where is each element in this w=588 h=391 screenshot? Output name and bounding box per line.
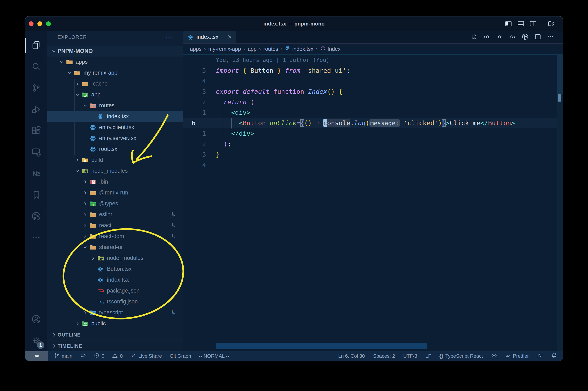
toggle-secondary-sidebar-icon[interactable]: [530, 20, 537, 27]
tree-item-node-modules[interactable]: JSnode_modules: [47, 166, 183, 176]
code-line[interactable]: 2 return (: [183, 97, 563, 107]
activity-bookmarks-icon[interactable]: [25, 184, 47, 205]
status--normal-[interactable]: -- NORMAL --: [199, 353, 229, 359]
tree-item-app[interactable]: app: [47, 89, 183, 100]
status-utf-8[interactable]: UTF-8: [403, 353, 417, 359]
split-editor-icon[interactable]: [535, 33, 541, 41]
tree-item-entry-client-tsx[interactable]: entry.client.tsx: [47, 122, 183, 133]
tree-item--types[interactable]: TS@types: [47, 198, 183, 209]
status-feedback[interactable]: [537, 353, 543, 360]
react-icon: [97, 266, 105, 273]
status-spaces-2[interactable]: Spaces: 2: [373, 353, 395, 359]
tree-item-button-tsx[interactable]: Button.tsx: [47, 264, 183, 275]
code-line-current[interactable]: 6 <Button onClick={() ⇒ console.log(mess…: [183, 118, 563, 128]
activity-source-control-icon[interactable]: [25, 77, 47, 99]
status-bell-dot[interactable]: [551, 353, 557, 360]
tree-item-react[interactable]: react↳: [47, 220, 183, 231]
tree-item-eslint[interactable]: eslint↳: [47, 209, 183, 220]
breadcrumb-item-apps[interactable]: apps: [190, 46, 201, 52]
status-git-graph[interactable]: Git Graph: [170, 353, 191, 359]
activity-search-icon[interactable]: [25, 56, 47, 77]
code-line[interactable]: 2 );: [183, 139, 563, 149]
commit-prev-icon[interactable]: [484, 33, 490, 41]
tree-item-shared-ui[interactable]: shared-ui: [47, 242, 183, 253]
svg-text:JS: JS: [100, 258, 103, 260]
symlink-icon: ↳: [171, 211, 176, 218]
activity-explorer-icon[interactable]: [25, 34, 47, 56]
tree-item-label: app: [91, 92, 100, 98]
code-editor[interactable]: You, 23 hours ago | 1 author (You)5impor…: [183, 55, 563, 351]
breadcrumb-item-index[interactable]: Index: [320, 45, 341, 53]
activity-settings-icon[interactable]: 1: [25, 330, 47, 351]
tree-item-root-tsx[interactable]: root.tsx: [47, 144, 183, 155]
git-graph-icon[interactable]: [522, 33, 528, 41]
status-copilot[interactable]: [491, 353, 497, 360]
commit-next-icon[interactable]: [509, 33, 516, 41]
tree-item--cache[interactable]: .cache: [47, 78, 183, 89]
tree-item--remix-run[interactable]: @remix-run: [47, 187, 183, 198]
folder-tan-icon: [89, 222, 97, 229]
tree-item-typescript[interactable]: TStypescript↳: [47, 307, 183, 318]
tree-item-entry-server-tsx[interactable]: entry.server.tsx: [47, 133, 183, 144]
status-lf[interactable]: LF: [425, 353, 431, 359]
close-tab-icon[interactable]: ✕: [227, 34, 232, 40]
tree-item-my-remix-app[interactable]: my-remix-app: [47, 67, 183, 78]
status-prettier[interactable]: Prettier: [505, 353, 529, 360]
breadcrumb-item-index-tsx[interactable]: index.tsx: [285, 45, 313, 53]
status-main[interactable]: main: [54, 353, 72, 360]
code-line[interactable]: 4: [183, 160, 563, 170]
commit-icon[interactable]: [496, 33, 503, 41]
code-line[interactable]: 4: [183, 76, 563, 86]
line-number: 3: [202, 88, 206, 95]
explorer-more-actions-icon[interactable]: ⋯: [166, 34, 173, 41]
tree-item-index-tsx[interactable]: index.tsx: [47, 275, 183, 285]
tree-item-label: my-remix-app: [84, 70, 117, 76]
tree-item-tsconfig-json[interactable]: TStsconfig.json: [47, 296, 183, 307]
code-line[interactable]: 3}: [183, 149, 563, 160]
activity-run-debug-icon[interactable]: [25, 99, 47, 120]
status-0[interactable]: 0: [112, 353, 122, 360]
breadcrumb-item-routes[interactable]: routes: [263, 46, 278, 52]
tree-item-apps[interactable]: apps: [47, 57, 183, 67]
status-cloud-upload[interactable]: [80, 353, 86, 360]
more-horizontal-icon[interactable]: [547, 33, 554, 41]
tree-item-label: apps: [76, 59, 88, 65]
tree-item-label: index.tsx: [107, 277, 129, 283]
activity-remote-explorer-icon[interactable]: [25, 141, 47, 163]
tree-item--bin[interactable]: 0110.bin: [47, 176, 183, 187]
horizontal-scrollbar[interactable]: [216, 343, 427, 349]
customize-layout-icon[interactable]: [548, 20, 555, 27]
tree-item-node-modules[interactable]: JSnode_modules: [47, 253, 183, 264]
code-line[interactable]: 1 <div>: [183, 107, 563, 118]
status-0[interactable]: 0: [94, 353, 104, 360]
tree-item-pnpm-mono[interactable]: PNPM-MONO: [47, 46, 183, 57]
code-line[interactable]: 5import { Button } from 'shared-ui';: [183, 65, 563, 76]
outline-section[interactable]: OUTLINE: [47, 329, 183, 340]
chevron-down-icon: [74, 168, 81, 174]
tree-item-routes[interactable]: routes: [47, 100, 183, 111]
tab-index-tsx[interactable]: index.tsx ✕: [183, 31, 236, 43]
activity-nx-console-icon[interactable]: N≥: [25, 163, 47, 184]
tree-item-public[interactable]: public: [47, 318, 183, 329]
activity-git-graph-icon[interactable]: [25, 205, 47, 227]
breadcrumb-item-my-remix-app[interactable]: my-remix-app: [208, 46, 241, 52]
status-live-share[interactable]: Live Share: [131, 353, 162, 360]
remote-indicator[interactable]: ><: [25, 351, 48, 361]
code-line[interactable]: 1 </div>: [183, 128, 563, 139]
status-typescript-react[interactable]: {}TypeScript React: [439, 353, 483, 359]
status-ln-6-col-30[interactable]: Ln 6, Col 30: [338, 353, 365, 359]
activity-extensions-icon[interactable]: [25, 120, 47, 141]
timeline-section[interactable]: TIMELINE: [47, 340, 183, 351]
tree-item-package-json[interactable]: npmpackage.json: [47, 285, 183, 296]
toggle-sidebar-icon[interactable]: [505, 20, 512, 27]
toggle-panel-icon[interactable]: [517, 20, 524, 27]
tree-item-react-dom[interactable]: react-dom↳: [47, 231, 183, 242]
vertical-scrollbar[interactable]: [557, 55, 563, 351]
activity-account-icon[interactable]: [25, 308, 47, 330]
code-line[interactable]: 3export default function Index() {: [183, 86, 563, 97]
breadcrumb-item-app[interactable]: app: [248, 46, 257, 52]
tree-item-build[interactable]: build: [47, 155, 183, 166]
history-icon[interactable]: [471, 33, 477, 41]
tree-item-index-tsx[interactable]: index.tsx: [47, 111, 183, 122]
activity-more-icon[interactable]: [25, 227, 47, 248]
